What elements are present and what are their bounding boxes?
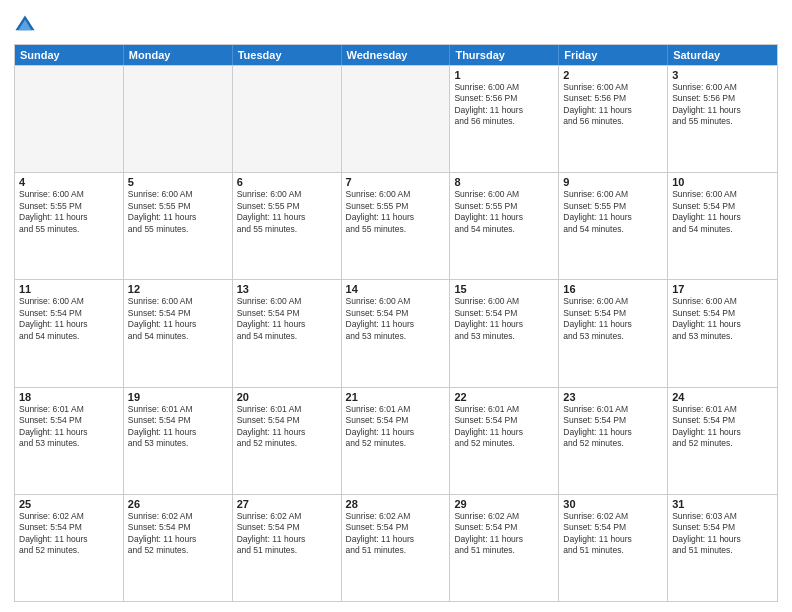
cell-info: Sunrise: 6:01 AM Sunset: 5:54 PM Dayligh… bbox=[563, 404, 663, 450]
cal-cell-2: 2Sunrise: 6:00 AM Sunset: 5:56 PM Daylig… bbox=[559, 66, 668, 172]
cell-info: Sunrise: 6:02 AM Sunset: 5:54 PM Dayligh… bbox=[19, 511, 119, 557]
cell-info: Sunrise: 6:00 AM Sunset: 5:54 PM Dayligh… bbox=[237, 296, 337, 342]
day-number: 21 bbox=[346, 391, 446, 403]
cal-cell-20: 20Sunrise: 6:01 AM Sunset: 5:54 PM Dayli… bbox=[233, 388, 342, 494]
cell-info: Sunrise: 6:02 AM Sunset: 5:54 PM Dayligh… bbox=[563, 511, 663, 557]
day-number: 28 bbox=[346, 498, 446, 510]
cal-cell-19: 19Sunrise: 6:01 AM Sunset: 5:54 PM Dayli… bbox=[124, 388, 233, 494]
cal-cell-28: 28Sunrise: 6:02 AM Sunset: 5:54 PM Dayli… bbox=[342, 495, 451, 601]
cal-row-1: 4Sunrise: 6:00 AM Sunset: 5:55 PM Daylig… bbox=[15, 172, 777, 279]
day-number: 14 bbox=[346, 283, 446, 295]
day-number: 17 bbox=[672, 283, 773, 295]
cal-cell-8: 8Sunrise: 6:00 AM Sunset: 5:55 PM Daylig… bbox=[450, 173, 559, 279]
header-day-thursday: Thursday bbox=[450, 45, 559, 65]
header-day-wednesday: Wednesday bbox=[342, 45, 451, 65]
cal-cell-empty-0-1 bbox=[124, 66, 233, 172]
day-number: 6 bbox=[237, 176, 337, 188]
cal-row-0: 1Sunrise: 6:00 AM Sunset: 5:56 PM Daylig… bbox=[15, 65, 777, 172]
day-number: 10 bbox=[672, 176, 773, 188]
cell-info: Sunrise: 6:00 AM Sunset: 5:54 PM Dayligh… bbox=[563, 296, 663, 342]
header-day-saturday: Saturday bbox=[668, 45, 777, 65]
cell-info: Sunrise: 6:00 AM Sunset: 5:55 PM Dayligh… bbox=[19, 189, 119, 235]
cal-cell-9: 9Sunrise: 6:00 AM Sunset: 5:55 PM Daylig… bbox=[559, 173, 668, 279]
calendar: SundayMondayTuesdayWednesdayThursdayFrid… bbox=[14, 44, 778, 602]
day-number: 1 bbox=[454, 69, 554, 81]
cell-info: Sunrise: 6:00 AM Sunset: 5:55 PM Dayligh… bbox=[454, 189, 554, 235]
cell-info: Sunrise: 6:00 AM Sunset: 5:54 PM Dayligh… bbox=[128, 296, 228, 342]
cell-info: Sunrise: 6:02 AM Sunset: 5:54 PM Dayligh… bbox=[454, 511, 554, 557]
day-number: 11 bbox=[19, 283, 119, 295]
day-number: 22 bbox=[454, 391, 554, 403]
cal-cell-empty-0-0 bbox=[15, 66, 124, 172]
header-day-sunday: Sunday bbox=[15, 45, 124, 65]
cal-cell-7: 7Sunrise: 6:00 AM Sunset: 5:55 PM Daylig… bbox=[342, 173, 451, 279]
day-number: 7 bbox=[346, 176, 446, 188]
cell-info: Sunrise: 6:00 AM Sunset: 5:55 PM Dayligh… bbox=[237, 189, 337, 235]
page: SundayMondayTuesdayWednesdayThursdayFrid… bbox=[0, 0, 792, 612]
cal-cell-13: 13Sunrise: 6:00 AM Sunset: 5:54 PM Dayli… bbox=[233, 280, 342, 386]
day-number: 5 bbox=[128, 176, 228, 188]
cal-cell-18: 18Sunrise: 6:01 AM Sunset: 5:54 PM Dayli… bbox=[15, 388, 124, 494]
day-number: 30 bbox=[563, 498, 663, 510]
cell-info: Sunrise: 6:02 AM Sunset: 5:54 PM Dayligh… bbox=[128, 511, 228, 557]
cal-cell-empty-0-2 bbox=[233, 66, 342, 172]
cal-cell-11: 11Sunrise: 6:00 AM Sunset: 5:54 PM Dayli… bbox=[15, 280, 124, 386]
cell-info: Sunrise: 6:01 AM Sunset: 5:54 PM Dayligh… bbox=[237, 404, 337, 450]
cal-cell-30: 30Sunrise: 6:02 AM Sunset: 5:54 PM Dayli… bbox=[559, 495, 668, 601]
cal-cell-31: 31Sunrise: 6:03 AM Sunset: 5:54 PM Dayli… bbox=[668, 495, 777, 601]
day-number: 25 bbox=[19, 498, 119, 510]
cal-cell-5: 5Sunrise: 6:00 AM Sunset: 5:55 PM Daylig… bbox=[124, 173, 233, 279]
cell-info: Sunrise: 6:00 AM Sunset: 5:55 PM Dayligh… bbox=[128, 189, 228, 235]
cal-cell-25: 25Sunrise: 6:02 AM Sunset: 5:54 PM Dayli… bbox=[15, 495, 124, 601]
header-day-monday: Monday bbox=[124, 45, 233, 65]
cell-info: Sunrise: 6:01 AM Sunset: 5:54 PM Dayligh… bbox=[346, 404, 446, 450]
cell-info: Sunrise: 6:01 AM Sunset: 5:54 PM Dayligh… bbox=[672, 404, 773, 450]
day-number: 4 bbox=[19, 176, 119, 188]
cell-info: Sunrise: 6:03 AM Sunset: 5:54 PM Dayligh… bbox=[672, 511, 773, 557]
cal-cell-10: 10Sunrise: 6:00 AM Sunset: 5:54 PM Dayli… bbox=[668, 173, 777, 279]
cal-cell-1: 1Sunrise: 6:00 AM Sunset: 5:56 PM Daylig… bbox=[450, 66, 559, 172]
cal-cell-29: 29Sunrise: 6:02 AM Sunset: 5:54 PM Dayli… bbox=[450, 495, 559, 601]
cell-info: Sunrise: 6:02 AM Sunset: 5:54 PM Dayligh… bbox=[237, 511, 337, 557]
cell-info: Sunrise: 6:01 AM Sunset: 5:54 PM Dayligh… bbox=[454, 404, 554, 450]
cal-cell-22: 22Sunrise: 6:01 AM Sunset: 5:54 PM Dayli… bbox=[450, 388, 559, 494]
cal-cell-15: 15Sunrise: 6:00 AM Sunset: 5:54 PM Dayli… bbox=[450, 280, 559, 386]
day-number: 24 bbox=[672, 391, 773, 403]
header-day-tuesday: Tuesday bbox=[233, 45, 342, 65]
day-number: 8 bbox=[454, 176, 554, 188]
cal-cell-17: 17Sunrise: 6:00 AM Sunset: 5:54 PM Dayli… bbox=[668, 280, 777, 386]
day-number: 29 bbox=[454, 498, 554, 510]
cal-cell-12: 12Sunrise: 6:00 AM Sunset: 5:54 PM Dayli… bbox=[124, 280, 233, 386]
cell-info: Sunrise: 6:01 AM Sunset: 5:54 PM Dayligh… bbox=[128, 404, 228, 450]
cell-info: Sunrise: 6:00 AM Sunset: 5:54 PM Dayligh… bbox=[346, 296, 446, 342]
day-number: 16 bbox=[563, 283, 663, 295]
cell-info: Sunrise: 6:00 AM Sunset: 5:54 PM Dayligh… bbox=[672, 296, 773, 342]
cell-info: Sunrise: 6:00 AM Sunset: 5:56 PM Dayligh… bbox=[563, 82, 663, 128]
cell-info: Sunrise: 6:00 AM Sunset: 5:54 PM Dayligh… bbox=[672, 189, 773, 235]
cell-info: Sunrise: 6:00 AM Sunset: 5:55 PM Dayligh… bbox=[346, 189, 446, 235]
day-number: 12 bbox=[128, 283, 228, 295]
day-number: 3 bbox=[672, 69, 773, 81]
cell-info: Sunrise: 6:00 AM Sunset: 5:54 PM Dayligh… bbox=[19, 296, 119, 342]
cell-info: Sunrise: 6:00 AM Sunset: 5:56 PM Dayligh… bbox=[672, 82, 773, 128]
cal-cell-26: 26Sunrise: 6:02 AM Sunset: 5:54 PM Dayli… bbox=[124, 495, 233, 601]
day-number: 27 bbox=[237, 498, 337, 510]
header-day-friday: Friday bbox=[559, 45, 668, 65]
cal-row-3: 18Sunrise: 6:01 AM Sunset: 5:54 PM Dayli… bbox=[15, 387, 777, 494]
cal-cell-4: 4Sunrise: 6:00 AM Sunset: 5:55 PM Daylig… bbox=[15, 173, 124, 279]
day-number: 26 bbox=[128, 498, 228, 510]
calendar-header: SundayMondayTuesdayWednesdayThursdayFrid… bbox=[15, 45, 777, 65]
day-number: 20 bbox=[237, 391, 337, 403]
cal-cell-empty-0-3 bbox=[342, 66, 451, 172]
day-number: 23 bbox=[563, 391, 663, 403]
day-number: 13 bbox=[237, 283, 337, 295]
cal-cell-23: 23Sunrise: 6:01 AM Sunset: 5:54 PM Dayli… bbox=[559, 388, 668, 494]
cal-row-2: 11Sunrise: 6:00 AM Sunset: 5:54 PM Dayli… bbox=[15, 279, 777, 386]
day-number: 9 bbox=[563, 176, 663, 188]
logo-icon bbox=[14, 14, 36, 36]
day-number: 18 bbox=[19, 391, 119, 403]
day-number: 15 bbox=[454, 283, 554, 295]
cal-cell-16: 16Sunrise: 6:00 AM Sunset: 5:54 PM Dayli… bbox=[559, 280, 668, 386]
cal-cell-27: 27Sunrise: 6:02 AM Sunset: 5:54 PM Dayli… bbox=[233, 495, 342, 601]
cell-info: Sunrise: 6:00 AM Sunset: 5:55 PM Dayligh… bbox=[563, 189, 663, 235]
